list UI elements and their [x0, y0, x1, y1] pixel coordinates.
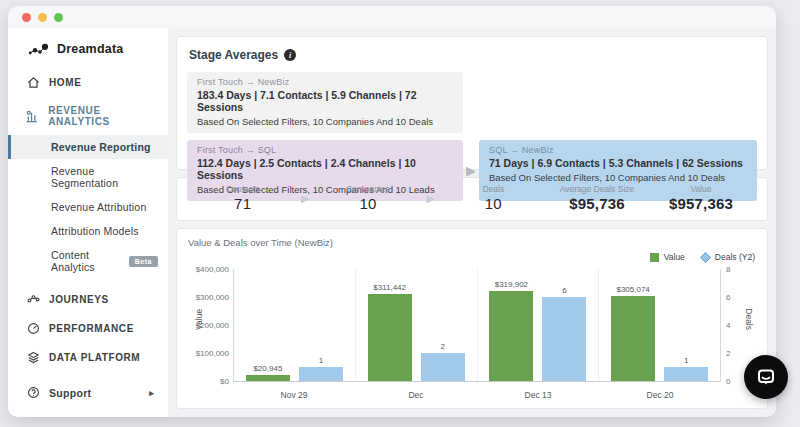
- funnel-arrow-icon: ▶: [294, 192, 316, 205]
- sidebar-item-data-platform[interactable]: DATA PLATFORM: [8, 343, 168, 372]
- chat-widget-button[interactable]: [744, 355, 788, 399]
- main-content: Stage Averages i First Touch → NewBiz 18…: [168, 28, 776, 417]
- x-axis-label: Dec: [355, 390, 477, 400]
- metric-label: Value: [649, 185, 753, 195]
- bar-groups: $20,9451$311,4422$319,9026$305,0741: [234, 269, 720, 381]
- stage-card-stats: 183.4 Days | 7.1 Contacts | 5.9 Channels…: [197, 89, 453, 113]
- deals-bar[interactable]: [664, 367, 708, 381]
- window-titlebar: [8, 6, 776, 28]
- axis-tick-label: $300,000: [196, 293, 229, 302]
- user-account-switcher[interactable]: Jeremy Sacramento piedpiper.com ▸: [8, 407, 168, 417]
- beta-badge: Beta: [129, 256, 158, 267]
- legend-item-value[interactable]: Value: [650, 252, 685, 262]
- deals-bar[interactable]: [421, 353, 465, 381]
- stage-card-title: First Touch → SQL: [197, 145, 453, 155]
- value-bar[interactable]: [489, 291, 533, 381]
- sidebar-item-revenue-segmentation[interactable]: Revenue Segmentation: [8, 159, 168, 195]
- sidebar-item-label: PERFORMANCE: [49, 323, 134, 334]
- axis-tick-label: 4: [726, 321, 730, 330]
- dreamdata-logo-icon: [28, 42, 50, 56]
- value-bar-label: $20,945: [253, 364, 282, 373]
- value-bar[interactable]: [246, 375, 290, 381]
- deals-bar-label: 6: [562, 286, 566, 295]
- axis-tick-label: $0: [220, 377, 229, 386]
- legend-diamond-marker: [700, 252, 711, 263]
- value-bar[interactable]: [611, 296, 655, 381]
- right-axis-title: Deals: [744, 308, 754, 330]
- sidebar-item-revenue-reporting[interactable]: Revenue Reporting: [8, 135, 168, 159]
- axis-tick-label: $100,000: [196, 349, 229, 358]
- stage-averages-title: Stage Averages: [189, 48, 278, 62]
- metric-label: Companies: [316, 185, 419, 195]
- deals-bar-label: 1: [319, 356, 323, 365]
- chevron-right-icon: ▸: [149, 388, 154, 398]
- stage-averages-panel: Stage Averages i First Touch → NewBiz 18…: [176, 36, 768, 170]
- metric-deals[interactable]: Deals 10: [442, 185, 545, 212]
- metric-value: $95,736: [545, 195, 649, 212]
- sub-item-label: Content Analytics: [51, 249, 123, 273]
- deals-bar[interactable]: [542, 297, 586, 381]
- metric-companies[interactable]: Companies 10: [316, 185, 419, 212]
- logo-text: Dreamdata: [57, 42, 123, 56]
- x-axis-label: Dec 20: [599, 390, 721, 400]
- sidebar-item-label: REVENUE ANALYTICS: [48, 105, 158, 127]
- window-maximize-button[interactable]: [54, 13, 63, 22]
- sidebar-item-label: JOURNEYS: [49, 294, 109, 305]
- sub-item-label: Attribution Models: [51, 225, 139, 237]
- chat-icon: [755, 366, 777, 388]
- axis-tick-label: $400,000: [196, 265, 229, 274]
- deals-bar[interactable]: [299, 367, 343, 381]
- sidebar-item-content-analytics[interactable]: Content Analytics Beta: [8, 243, 168, 279]
- axis-tick-label: 0: [726, 377, 730, 386]
- metric-value: 10: [316, 195, 419, 212]
- sidebar-item-label: HOME: [49, 77, 81, 88]
- axis-tick-label: 6: [726, 293, 730, 302]
- sidebar-item-support[interactable]: Support ▸: [8, 378, 168, 407]
- metric-contacts[interactable]: Contacts 71: [191, 185, 294, 212]
- window-close-button[interactable]: [22, 13, 31, 22]
- bar-group-dec: $311,4422: [355, 269, 477, 381]
- metric-average-deal-size: Average Deals Size $95,736: [545, 185, 649, 212]
- info-icon[interactable]: i: [284, 49, 296, 61]
- legend-label: Deals (Y2): [715, 252, 755, 262]
- sub-item-label: Revenue Segmentation: [51, 165, 158, 189]
- sidebar-item-journeys[interactable]: JOURNEYS: [8, 285, 168, 314]
- sidebar-item-revenue-attribution[interactable]: Revenue Attribution: [8, 195, 168, 219]
- help-icon: [26, 386, 40, 399]
- layers-icon: [26, 351, 40, 364]
- sidebar-item-revenue-analytics[interactable]: REVENUE ANALYTICS: [8, 97, 168, 135]
- sidebar-item-home[interactable]: HOME: [8, 68, 168, 97]
- legend-square-marker: [650, 253, 659, 262]
- bar-group-dec-13: $319,9026: [477, 269, 599, 381]
- axis-tick-label: 2: [726, 349, 730, 358]
- value-bar-label: $311,442: [373, 283, 406, 292]
- sidebar: Dreamdata HOME REVENUE: [8, 28, 168, 417]
- stage-card-title: SQL → NewBiz: [489, 145, 747, 155]
- axis-tick-label: 8: [726, 265, 730, 274]
- legend-label: Value: [664, 252, 685, 262]
- app-window: Dreamdata HOME REVENUE: [8, 6, 776, 417]
- sidebar-item-label: DATA PLATFORM: [49, 352, 140, 363]
- sidebar-item-label: Support: [49, 387, 91, 399]
- stage-card-title: First Touch → NewBiz: [197, 77, 453, 87]
- chart-title: Value & Deals over Time (NewBiz): [188, 237, 333, 248]
- metric-total-value: Value $957,363: [649, 185, 753, 212]
- x-axis-label: Dec 13: [477, 390, 599, 400]
- stage-card-firsttouch-newbiz[interactable]: First Touch → NewBiz 183.4 Days | 7.1 Co…: [187, 72, 463, 133]
- sidebar-item-attribution-models[interactable]: Attribution Models: [8, 219, 168, 243]
- sidebar-item-performance[interactable]: PERFORMANCE: [8, 314, 168, 343]
- window-minimize-button[interactable]: [38, 13, 47, 22]
- funnel-arrow-icon: ▶: [420, 192, 442, 205]
- dreamdata-logo[interactable]: Dreamdata: [8, 28, 168, 68]
- deals-bar-label: 2: [440, 342, 444, 351]
- metric-label: Deals: [442, 185, 545, 195]
- value-bar-label: $305,074: [616, 285, 649, 294]
- value-deals-chart-panel: Value & Deals over Time (NewBiz) ValueDe…: [176, 228, 768, 409]
- legend-item-deals-y2-[interactable]: Deals (Y2): [701, 252, 755, 262]
- x-axis-labels: Nov 29DecDec 13Dec 20: [233, 390, 721, 400]
- bar-chart-icon: [26, 110, 39, 123]
- stage-card-stats: 112.4 Days | 2.5 Contacts | 2.4 Channels…: [197, 157, 453, 181]
- metric-value: 10: [442, 195, 545, 212]
- value-bar[interactable]: [368, 294, 412, 381]
- deals-bar-label: 1: [684, 356, 688, 365]
